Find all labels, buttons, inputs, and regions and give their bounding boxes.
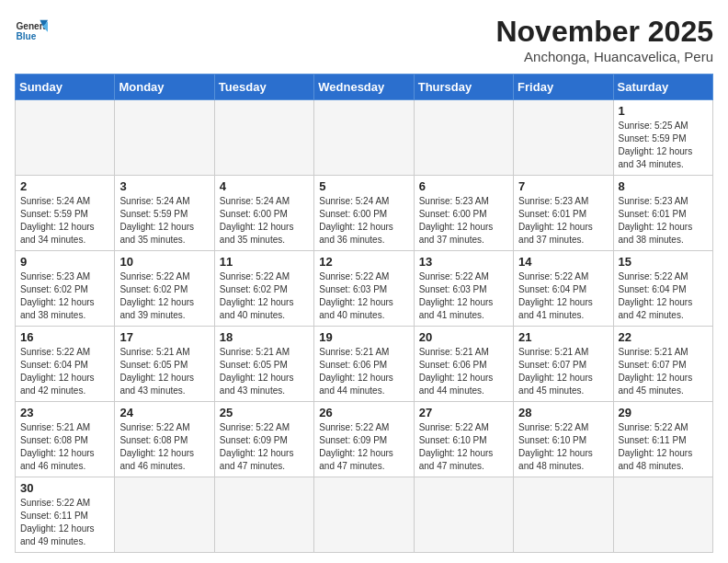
calendar-week-row: 16Sunrise: 5:22 AM Sunset: 6:04 PM Dayli… <box>16 327 713 402</box>
logo-icon: General Blue <box>15 15 48 48</box>
day-number: 23 <box>20 406 109 419</box>
day-info: Sunrise: 5:22 AM Sunset: 6:03 PM Dayligh… <box>319 270 408 322</box>
calendar-day-cell: 18Sunrise: 5:21 AM Sunset: 6:05 PM Dayli… <box>214 327 313 402</box>
title-area: November 2025 Anchonga, Huancavelica, Pe… <box>495 15 713 64</box>
day-info: Sunrise: 5:24 AM Sunset: 6:00 PM Dayligh… <box>220 195 309 247</box>
calendar-day-header: Monday <box>115 75 214 100</box>
calendar-day-cell <box>514 477 613 553</box>
day-number: 8 <box>619 179 708 193</box>
calendar-day-cell <box>613 477 712 553</box>
day-info: Sunrise: 5:24 AM Sunset: 6:00 PM Dayligh… <box>319 195 408 247</box>
calendar-day-cell: 15Sunrise: 5:22 AM Sunset: 6:04 PM Dayli… <box>613 251 712 327</box>
day-number: 4 <box>220 179 309 193</box>
calendar-day-cell: 5Sunrise: 5:24 AM Sunset: 6:00 PM Daylig… <box>314 176 414 251</box>
calendar-day-header: Tuesday <box>214 75 313 100</box>
day-number: 9 <box>20 255 109 269</box>
day-info: Sunrise: 5:22 AM Sunset: 6:09 PM Dayligh… <box>319 421 408 473</box>
day-number: 11 <box>220 255 309 269</box>
calendar-day-cell: 16Sunrise: 5:22 AM Sunset: 6:04 PM Dayli… <box>16 327 115 402</box>
calendar-day-cell: 27Sunrise: 5:22 AM Sunset: 6:10 PM Dayli… <box>414 402 513 477</box>
day-info: Sunrise: 5:23 AM Sunset: 6:01 PM Dayligh… <box>518 195 608 247</box>
calendar-week-row: 9Sunrise: 5:23 AM Sunset: 6:02 PM Daylig… <box>16 251 713 327</box>
day-info: Sunrise: 5:21 AM Sunset: 6:07 PM Dayligh… <box>518 346 608 397</box>
day-info: Sunrise: 5:22 AM Sunset: 6:10 PM Dayligh… <box>419 421 508 473</box>
calendar-day-cell: 8Sunrise: 5:23 AM Sunset: 6:01 PM Daylig… <box>613 176 712 251</box>
calendar-day-cell: 19Sunrise: 5:21 AM Sunset: 6:06 PM Dayli… <box>314 327 414 402</box>
calendar-day-cell <box>16 100 115 176</box>
calendar-day-cell: 12Sunrise: 5:22 AM Sunset: 6:03 PM Dayli… <box>314 251 414 327</box>
day-info: Sunrise: 5:21 AM Sunset: 6:05 PM Dayligh… <box>220 346 309 397</box>
day-info: Sunrise: 5:21 AM Sunset: 6:08 PM Dayligh… <box>20 421 109 473</box>
day-info: Sunrise: 5:21 AM Sunset: 6:07 PM Dayligh… <box>619 346 708 397</box>
calendar-day-cell: 17Sunrise: 5:21 AM Sunset: 6:05 PM Dayli… <box>115 327 214 402</box>
day-info: Sunrise: 5:22 AM Sunset: 6:04 PM Dayligh… <box>619 270 708 322</box>
calendar-week-row: 23Sunrise: 5:21 AM Sunset: 6:08 PM Dayli… <box>16 402 713 477</box>
day-info: Sunrise: 5:24 AM Sunset: 5:59 PM Dayligh… <box>119 195 209 247</box>
day-number: 29 <box>619 406 708 419</box>
day-number: 16 <box>20 330 109 344</box>
location-title: Anchonga, Huancavelica, Peru <box>495 49 713 64</box>
calendar-day-cell <box>115 100 214 176</box>
day-number: 28 <box>518 406 608 419</box>
day-number: 5 <box>319 179 408 193</box>
day-number: 18 <box>220 330 309 344</box>
day-info: Sunrise: 5:21 AM Sunset: 6:06 PM Dayligh… <box>419 346 508 397</box>
calendar-day-cell: 29Sunrise: 5:22 AM Sunset: 6:11 PM Dayli… <box>613 402 712 477</box>
day-info: Sunrise: 5:22 AM Sunset: 6:11 PM Dayligh… <box>20 497 109 548</box>
day-number: 10 <box>119 255 209 269</box>
calendar-day-header: Wednesday <box>314 75 414 100</box>
calendar-day-cell: 20Sunrise: 5:21 AM Sunset: 6:06 PM Dayli… <box>414 327 513 402</box>
day-number: 30 <box>20 481 109 495</box>
page-header: General Blue November 2025 Anchonga, Hua… <box>15 15 713 64</box>
day-info: Sunrise: 5:22 AM Sunset: 6:02 PM Dayligh… <box>220 270 309 322</box>
day-number: 7 <box>518 179 608 193</box>
day-number: 27 <box>419 406 508 419</box>
calendar-day-cell <box>514 100 613 176</box>
calendar-day-cell: 24Sunrise: 5:22 AM Sunset: 6:08 PM Dayli… <box>115 402 214 477</box>
day-info: Sunrise: 5:25 AM Sunset: 5:59 PM Dayligh… <box>619 120 708 171</box>
day-info: Sunrise: 5:22 AM Sunset: 6:09 PM Dayligh… <box>220 421 309 473</box>
day-number: 22 <box>619 330 708 344</box>
day-info: Sunrise: 5:22 AM Sunset: 6:11 PM Dayligh… <box>619 421 708 473</box>
calendar-day-cell: 1Sunrise: 5:25 AM Sunset: 5:59 PM Daylig… <box>613 100 712 176</box>
calendar-day-cell: 30Sunrise: 5:22 AM Sunset: 6:11 PM Dayli… <box>16 477 115 553</box>
day-info: Sunrise: 5:22 AM Sunset: 6:10 PM Dayligh… <box>518 421 608 473</box>
calendar-day-cell <box>414 100 513 176</box>
calendar-day-cell: 3Sunrise: 5:24 AM Sunset: 5:59 PM Daylig… <box>115 176 214 251</box>
calendar-day-cell: 6Sunrise: 5:23 AM Sunset: 6:00 PM Daylig… <box>414 176 513 251</box>
calendar-day-header: Friday <box>514 75 613 100</box>
day-number: 14 <box>518 255 608 269</box>
calendar-week-row: 2Sunrise: 5:24 AM Sunset: 5:59 PM Daylig… <box>16 176 713 251</box>
day-info: Sunrise: 5:23 AM Sunset: 6:01 PM Dayligh… <box>619 195 708 247</box>
day-info: Sunrise: 5:21 AM Sunset: 6:05 PM Dayligh… <box>119 346 209 397</box>
calendar-day-header: Thursday <box>414 75 513 100</box>
calendar-week-row: 1Sunrise: 5:25 AM Sunset: 5:59 PM Daylig… <box>16 100 713 176</box>
calendar-day-cell: 21Sunrise: 5:21 AM Sunset: 6:07 PM Dayli… <box>514 327 613 402</box>
calendar-day-cell <box>314 100 414 176</box>
calendar-week-row: 30Sunrise: 5:22 AM Sunset: 6:11 PM Dayli… <box>16 477 713 553</box>
calendar-day-cell: 14Sunrise: 5:22 AM Sunset: 6:04 PM Dayli… <box>514 251 613 327</box>
day-number: 21 <box>518 330 608 344</box>
calendar-day-cell: 13Sunrise: 5:22 AM Sunset: 6:03 PM Dayli… <box>414 251 513 327</box>
day-number: 6 <box>419 179 508 193</box>
logo: General Blue <box>15 15 48 48</box>
calendar-day-cell: 7Sunrise: 5:23 AM Sunset: 6:01 PM Daylig… <box>514 176 613 251</box>
day-info: Sunrise: 5:21 AM Sunset: 6:06 PM Dayligh… <box>319 346 408 397</box>
day-number: 25 <box>220 406 309 419</box>
calendar-day-cell <box>214 100 313 176</box>
day-number: 26 <box>319 406 408 419</box>
day-info: Sunrise: 5:22 AM Sunset: 6:04 PM Dayligh… <box>518 270 608 322</box>
calendar-day-cell: 2Sunrise: 5:24 AM Sunset: 5:59 PM Daylig… <box>16 176 115 251</box>
day-number: 24 <box>119 406 209 419</box>
day-info: Sunrise: 5:22 AM Sunset: 6:03 PM Dayligh… <box>419 270 508 322</box>
calendar-day-cell <box>115 477 214 553</box>
day-number: 1 <box>619 104 708 118</box>
calendar-day-cell: 9Sunrise: 5:23 AM Sunset: 6:02 PM Daylig… <box>16 251 115 327</box>
calendar-day-header: Saturday <box>613 75 712 100</box>
day-number: 12 <box>319 255 408 269</box>
day-info: Sunrise: 5:22 AM Sunset: 6:08 PM Dayligh… <box>119 421 209 473</box>
day-info: Sunrise: 5:23 AM Sunset: 6:02 PM Dayligh… <box>20 270 109 322</box>
day-number: 19 <box>319 330 408 344</box>
calendar-day-cell: 10Sunrise: 5:22 AM Sunset: 6:02 PM Dayli… <box>115 251 214 327</box>
calendar-day-cell <box>414 477 513 553</box>
